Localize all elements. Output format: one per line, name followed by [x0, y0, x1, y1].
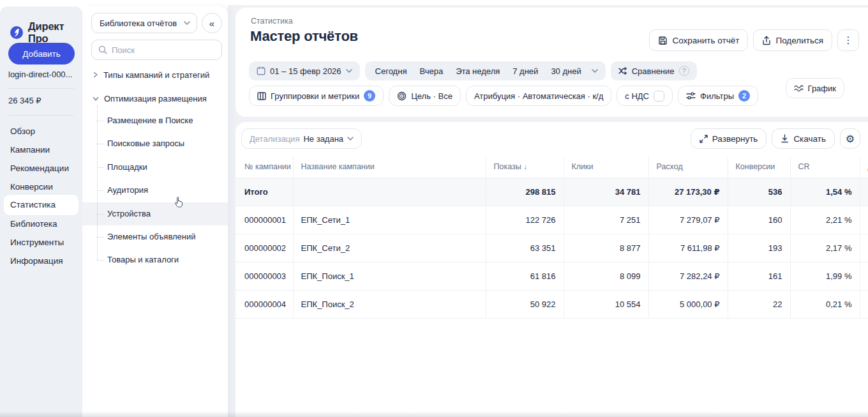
detail-label: Детализация — [250, 134, 299, 144]
tree-item-products-catalogs[interactable]: Товары и каталоги — [107, 252, 179, 268]
collapse-panel-button[interactable]: « — [202, 13, 222, 33]
column-header-cost[interactable]: Расход — [648, 156, 728, 178]
sliders-icon — [686, 92, 696, 100]
date-preset-today[interactable]: Сегодня — [373, 66, 410, 76]
search-input[interactable] — [112, 45, 215, 55]
share-icon — [762, 36, 771, 45]
expand-table-button[interactable]: Развернуть — [691, 128, 767, 149]
column-header-truncated[interactable]: Д — [860, 156, 868, 178]
column-header-cr[interactable]: CR — [790, 156, 860, 178]
date-range-picker[interactable]: 01 – 15 февр 2026 — [249, 61, 360, 80]
sidebar-item-tools[interactable]: Инструменты — [10, 236, 64, 250]
columns-icon — [257, 92, 266, 100]
save-icon — [658, 36, 668, 45]
detail-level-select[interactable]: Детализация Не задана — [241, 128, 362, 149]
sidebar-divider — [8, 88, 74, 89]
save-report-button[interactable]: Сохранить отчёт — [649, 29, 748, 51]
campaign-id[interactable]: 000000002 — [236, 234, 293, 262]
campaign-name[interactable]: ЕПК_Сети_1 — [293, 206, 486, 234]
report-library-panel: Библиотека отчётов « Типы кампаний — [82, 6, 228, 417]
campaign-name[interactable]: ЕПК_Поиск_2 — [293, 290, 486, 318]
vat-label: с НДС — [625, 91, 649, 101]
date-preset-yesterday[interactable]: Вчера — [417, 66, 445, 76]
tree-item-devices[interactable]: Устройства — [107, 206, 151, 222]
detail-level-wrap: Детализация Не задана — [241, 128, 362, 149]
header-actions: Сохранить отчёт Поделиться ⋮ — [649, 29, 859, 51]
tree-item-search-placement[interactable]: Размещение в Поиске — [107, 113, 193, 128]
goal-filter-button[interactable]: Цель · Все — [389, 86, 461, 106]
sidebar-item-overview[interactable]: Обзор — [10, 125, 35, 139]
statistics-table: № кампании Название кампании Показы↓ Кли… — [236, 156, 868, 319]
page-title: Мастер отчётов — [250, 28, 358, 45]
tree-item-placements[interactable]: Площадки — [107, 160, 147, 175]
account-balance[interactable]: 26 345 ₽ — [8, 96, 41, 105]
vat-checkbox[interactable] — [654, 91, 664, 102]
filters-label: Фильтры — [700, 91, 734, 101]
date-preset-7-days[interactable]: 7 дней — [510, 66, 541, 76]
library-selector[interactable]: Библиотека отчётов — [91, 13, 197, 33]
tree-group-campaign-types[interactable]: Типы кампаний и стратегий — [93, 67, 209, 82]
direct-pro-logo-icon — [10, 26, 24, 40]
account-login[interactable]: login-direct-000... — [8, 70, 72, 79]
breadcrumb[interactable]: Статистика — [251, 17, 293, 26]
column-header-clicks[interactable]: Клики — [564, 156, 648, 178]
chevron-down-icon — [93, 96, 99, 102]
date-preset-group: Сегодня Вчера Эта неделя 7 дней 30 дней — [365, 61, 606, 80]
date-filter-row: 01 – 15 февр 2026 Сегодня Вчера Эта неде… — [249, 61, 697, 80]
kebab-menu-icon: ⋮ — [844, 34, 853, 46]
column-header-impressions[interactable]: Показы↓ — [486, 156, 564, 178]
campaign-id[interactable]: 000000003 — [236, 262, 293, 290]
sidebar-divider — [8, 115, 74, 116]
tree-item-audience[interactable]: Аудитория — [107, 183, 148, 198]
column-header-campaign-name[interactable]: Название кампании — [293, 156, 486, 178]
chart-toggle-button[interactable]: График — [786, 78, 844, 98]
more-actions-button[interactable]: ⋮ — [837, 29, 859, 51]
chevron-down-icon[interactable] — [592, 69, 598, 73]
report-table-card: Детализация Не задана № кампании Названи… — [236, 122, 868, 417]
sidebar-item-statistics[interactable]: Статистика — [10, 198, 56, 212]
chart-label: График — [808, 84, 836, 93]
download-button[interactable]: Скачать — [772, 128, 835, 149]
table-row[interactable]: 000000003 ЕПК_Поиск_1 61 816 8 099 7 282… — [236, 262, 868, 290]
goal-label: Цель · Все — [411, 91, 453, 101]
date-preset-30-days[interactable]: 30 дней — [548, 66, 583, 76]
chart-toggle-wrap: График — [786, 78, 844, 98]
table-row[interactable]: 000000004 ЕПК_Поиск_2 50 922 10 554 5 00… — [236, 290, 868, 318]
campaign-id[interactable]: 000000004 — [236, 290, 293, 318]
add-button[interactable]: Добавить — [8, 43, 75, 64]
date-range-value: 01 – 15 февр 2026 — [270, 66, 341, 76]
groupings-metrics-button[interactable]: Группировки и метрики 9 — [249, 86, 384, 106]
column-header-conversions[interactable]: Конверсии — [728, 156, 790, 178]
comparison-label: Сравнение — [632, 66, 675, 76]
search-input-wrap[interactable] — [91, 40, 222, 60]
campaign-name[interactable]: ЕПК_Сети_2 — [293, 234, 486, 262]
report-header-card: Статистика Мастер отчётов 01 – 15 февр 2… — [236, 8, 868, 117]
filters-count-badge: 2 — [738, 90, 750, 102]
help-icon[interactable]: ? — [679, 66, 689, 76]
vat-toggle[interactable]: с НДС — [617, 86, 673, 106]
campaign-name[interactable]: ЕПК_Поиск_1 — [293, 262, 486, 290]
table-actions: Развернуть Скачать ⚙ — [691, 128, 860, 149]
campaign-id[interactable]: 000000001 — [236, 206, 293, 234]
column-header-campaign-id[interactable]: № кампании — [236, 156, 293, 178]
tree-item-ad-elements[interactable]: Элементы объявлений — [107, 229, 196, 245]
date-preset-this-week[interactable]: Эта неделя — [453, 66, 502, 76]
sidebar-item-conversions[interactable]: Конверсии — [10, 180, 53, 194]
tree-group-placement-optimization[interactable]: Оптимизация размещения — [93, 91, 207, 106]
sidebar-item-recommendations[interactable]: Рекомендации — [10, 162, 69, 176]
share-button[interactable]: Поделиться — [753, 29, 832, 51]
sidebar-item-campaigns[interactable]: Кампании — [10, 143, 50, 157]
groupings-label: Группировки и метрики — [271, 91, 359, 101]
sidebar-item-information[interactable]: Информация — [10, 254, 63, 268]
comparison-toggle[interactable]: Сравнение ? — [611, 61, 697, 80]
sidebar-item-library[interactable]: Библиотека — [10, 217, 57, 231]
table-total-row: Итого 298 815 34 781 27 173,30 ₽ 536 1,5… — [236, 178, 868, 206]
attribution-button[interactable]: Атрибуция · Автоматическая · к/д — [466, 86, 611, 106]
app-logo[interactable]: Директ Про — [10, 20, 82, 45]
table-header-row: № кампании Название кампании Показы↓ Кли… — [236, 156, 868, 178]
table-settings-button[interactable]: ⚙ — [840, 128, 860, 149]
table-row[interactable]: 000000001 ЕПК_Сети_1 122 726 7 251 7 279… — [236, 206, 868, 234]
filters-button[interactable]: Фильтры 2 — [678, 86, 758, 106]
table-row[interactable]: 000000002 ЕПК_Сети_2 63 351 8 877 7 611,… — [236, 234, 868, 262]
tree-item-search-queries[interactable]: Поисковые запросы — [107, 136, 184, 151]
